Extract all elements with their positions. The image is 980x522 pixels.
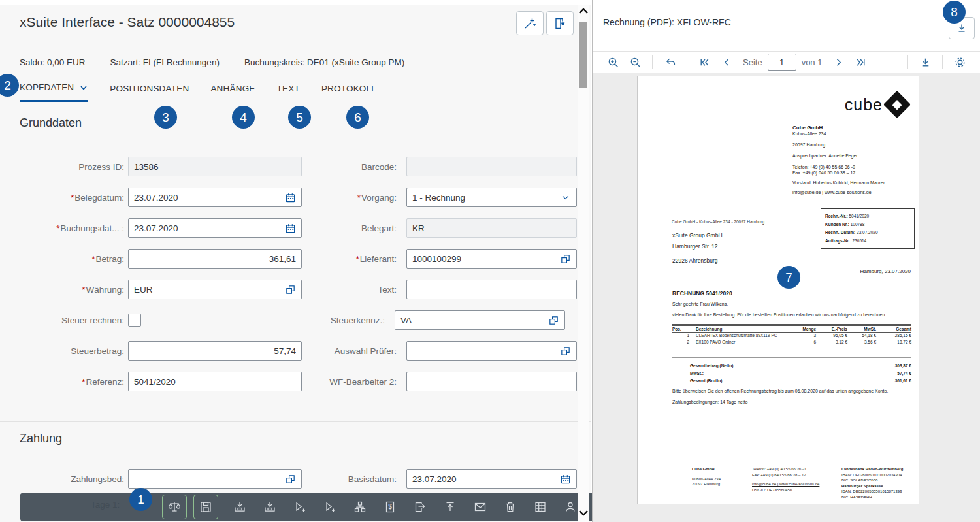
form-row: *Betrag: 361,61 *Lieferant: 1000100299 (20, 249, 572, 269)
text-field[interactable] (406, 280, 577, 299)
first-page-icon (698, 56, 711, 69)
auswahl-pruefer-field[interactable] (406, 341, 577, 361)
first-page-button[interactable] (693, 53, 715, 71)
footer-company-column: Cube GmbH Kubus-Allee 234 20097 Hamburg (692, 466, 747, 487)
barcode-field[interactable] (406, 157, 577, 176)
zoom-out-button[interactable] (624, 53, 646, 71)
play-add-icon (323, 500, 336, 514)
pdf-toolbar: Seite von 1 (593, 51, 980, 73)
chevron-down-icon[interactable] (560, 192, 571, 203)
betrag-field[interactable]: 361,61 (128, 249, 302, 269)
start-workflow-alt-button[interactable] (315, 495, 345, 519)
steuer-rechnen-checkbox[interactable] (128, 314, 141, 327)
calendar-icon[interactable] (285, 223, 296, 234)
cube-diamond-icon (883, 91, 911, 118)
tab-text[interactable]: TEXT (277, 78, 300, 102)
org-chart-button[interactable] (345, 495, 375, 519)
tab-anhaenge[interactable]: ANHÄNGE (210, 78, 255, 102)
tab-kopfdaten[interactable]: KOPFDATEN (20, 78, 88, 102)
pdf-download-button[interactable] (914, 53, 936, 71)
create-note-button[interactable] (546, 11, 574, 35)
undo-icon (664, 56, 676, 69)
right-pane: Rechnung (PDF): XFLOW-RFC Seite von 1 (593, 0, 980, 522)
check-in-alt-button[interactable] (255, 495, 285, 519)
calendar-icon[interactable] (285, 192, 296, 203)
table-row: 1 CLEARTEX Bodenschutzmatte 89X119 PC 3 … (672, 333, 911, 339)
value-help-icon[interactable] (560, 346, 571, 357)
waehrung-field[interactable]: EUR (128, 280, 302, 299)
step-badge-5: 5 (288, 106, 311, 129)
form-row: Prozess ID: 13586 Barcode: (20, 157, 572, 176)
table-button[interactable] (525, 495, 555, 519)
step-badge-7: 7 (777, 266, 800, 289)
scrollbar-thumb[interactable] (579, 22, 587, 88)
value-help-icon[interactable] (285, 474, 296, 485)
invoice-dollar-icon: $ (384, 500, 397, 514)
save-button[interactable] (193, 495, 218, 519)
zahlungsbed-field[interactable] (128, 469, 302, 489)
check-in-icon (263, 500, 276, 514)
belegart-field[interactable]: KR (406, 218, 577, 238)
value-help-icon[interactable] (548, 315, 559, 326)
referenz-field[interactable]: 5041/2020 (128, 372, 302, 391)
form-row: *Währung: EUR Text: (20, 280, 572, 299)
prozess-id-label: Prozess ID: (20, 162, 124, 172)
action-toolbar: $ (20, 493, 598, 521)
pdf-settings-button[interactable] (949, 53, 971, 71)
form-row: Steuer rechnen: Steuerkennz.: VA (20, 310, 572, 330)
undo-button[interactable] (659, 53, 681, 71)
zoom-in-icon (607, 56, 619, 69)
cube-logo: cube (845, 95, 907, 114)
last-page-icon (855, 56, 867, 69)
wf-bearbeiter-2-field[interactable] (406, 372, 577, 391)
scroll-up-arrow[interactable] (578, 8, 589, 16)
email-button[interactable] (465, 495, 495, 519)
transfer-document-button[interactable] (405, 495, 435, 519)
grunddaten-heading: Grunddaten (20, 116, 82, 130)
buchungsdatum-field[interactable]: 23.07.2020 (128, 218, 302, 238)
last-page-button[interactable] (849, 53, 872, 71)
steuerkennz-field[interactable]: VA (395, 310, 565, 330)
upload-button[interactable] (435, 495, 465, 519)
next-page-button[interactable] (827, 53, 849, 71)
vorgang-select[interactable]: 1 - Rechnung (406, 188, 577, 207)
chevron-down-icon[interactable] (79, 83, 88, 92)
value-help-icon[interactable] (285, 284, 296, 295)
previous-page-button[interactable] (715, 53, 738, 71)
delete-button[interactable] (495, 495, 525, 519)
form-row: *Belegdatum: 23.07.2020 *Vorgang: 1 - Re… (20, 188, 572, 207)
form-row: Zahlungsbed: Basisdatum: 23.07.2020 (20, 469, 572, 489)
steuerbetrag-field[interactable]: 57,74 (128, 341, 302, 361)
scroll-down-arrow[interactable] (578, 510, 589, 517)
belegdatum-field[interactable]: 23.07.2020 (128, 188, 302, 207)
tab-protokoll[interactable]: PROTOKOLL (321, 78, 376, 102)
check-in-button[interactable] (225, 495, 255, 519)
org-chart-icon (353, 500, 367, 514)
page-number-input[interactable] (768, 54, 796, 71)
download-icon (919, 56, 932, 69)
balance-button[interactable] (162, 495, 187, 519)
value-help-icon[interactable] (560, 253, 571, 265)
grunddaten-form: Prozess ID: 13586 Barcode: *Belegdatum: … (20, 157, 572, 402)
zoom-in-button[interactable] (602, 53, 624, 71)
basisdatum-field[interactable]: 23.07.2020 (406, 469, 577, 489)
svg-text:$: $ (388, 503, 392, 510)
start-workflow-button[interactable] (285, 495, 315, 519)
auto-fill-button[interactable] (516, 11, 544, 35)
sender-line: Cube GmbH - Kubus-Allee 234 - 20097 Hamb… (672, 220, 764, 224)
lieferant-field[interactable]: 1000100299 (406, 249, 577, 269)
calendar-icon[interactable] (560, 474, 571, 485)
invoice-dollar-button[interactable]: $ (375, 495, 405, 519)
barcode-label: Barcode: (312, 162, 397, 172)
buchungsdatum-label: *Buchungsdat... : (20, 223, 124, 233)
transfer-document-icon (414, 500, 427, 514)
prozess-id-field[interactable]: 13586 (128, 157, 302, 176)
footer-bank-column: Landesbank Baden-Württemberg IBAN: DE026… (841, 466, 915, 500)
step-badge-1: 1 (129, 488, 152, 511)
app-root: xSuite Interface - Satz 0000004855 Saldo… (0, 0, 980, 522)
upload-icon (444, 500, 457, 514)
vorgang-label: *Vorgang: (312, 193, 397, 203)
invoice-info-box: Rechn.-Nr.: 5041/2020 Kunden Nr.: 100788… (821, 208, 915, 249)
invoice-heading: RECHNUNG 5041/2020 (672, 290, 732, 297)
tab-positionsdaten[interactable]: POSITIONSDATEN (110, 78, 189, 102)
